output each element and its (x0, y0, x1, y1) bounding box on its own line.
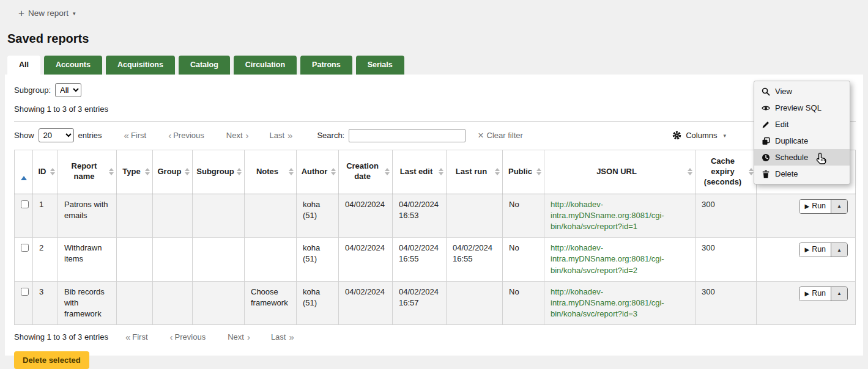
cell-notes: Choose framework (245, 281, 297, 325)
gear-icon (672, 131, 681, 140)
tab-all[interactable]: All (7, 56, 40, 75)
menu-item-duplicate[interactable]: Duplicate (754, 133, 850, 149)
search-input[interactable] (349, 129, 466, 142)
column-header-json-url[interactable]: JSON URL (544, 150, 696, 194)
previous-page-link[interactable]: ‹Previous (168, 131, 204, 140)
run-dropdown-toggle[interactable]: ▲ (831, 243, 847, 257)
column-header-subgroup[interactable]: Subgroup (193, 150, 245, 194)
cell-last-run (447, 194, 503, 238)
menu-item-preview-sql[interactable]: Preview SQL (754, 100, 850, 116)
column-header-id[interactable]: ID (33, 150, 58, 194)
delete-selected-button[interactable]: Delete selected (14, 351, 89, 369)
next-page-link[interactable]: Next› (228, 332, 249, 342)
previous-page-link[interactable]: ‹Previous (170, 332, 206, 342)
run-button[interactable]: ▶Run (799, 200, 831, 213)
cell-subgroup (193, 238, 245, 282)
pagination-top: «First ‹Previous Next› Last» (124, 131, 292, 140)
select-column-header[interactable] (15, 150, 33, 194)
tab-accounts[interactable]: Accounts (44, 56, 102, 75)
row-checkbox[interactable] (21, 200, 29, 208)
cell-last-edit: 04/02/2024 16:57 (393, 281, 447, 325)
column-header-notes[interactable]: Notes (245, 150, 297, 194)
first-page-link[interactable]: «First (124, 131, 147, 140)
sort-icon (495, 168, 500, 175)
cell-id: 3 (33, 281, 58, 325)
chevron-right-icon: › (247, 332, 249, 342)
column-header-creation-date[interactable]: Creation date (339, 150, 393, 194)
menu-item-schedule[interactable]: Schedule (754, 149, 850, 166)
hand-cursor-icon (815, 152, 828, 166)
last-page-link[interactable]: Last» (270, 131, 292, 140)
cell-last-run (447, 281, 503, 325)
pagination-bottom: «First ‹Previous Next› Last» (125, 332, 293, 342)
menu-item-delete[interactable]: Delete (754, 166, 850, 182)
search-label: Search: (317, 131, 344, 140)
next-page-link[interactable]: Next› (226, 131, 248, 140)
row-checkbox[interactable] (21, 288, 29, 296)
run-dropdown-toggle[interactable]: ▲ (831, 200, 847, 213)
cell-public: No (503, 238, 544, 282)
tab-acquisitions[interactable]: Acquisitions (106, 56, 175, 75)
json-url-link[interactable]: http://kohadev-intra.myDNSname.org:8081/… (551, 243, 664, 274)
cell-creation-date: 04/02/2024 (339, 238, 393, 282)
pencil-icon (762, 120, 770, 129)
content-panel: Subgroup: All Showing 1 to 3 of 3 entrie… (5, 75, 863, 356)
cell-group (153, 194, 193, 238)
subgroup-select[interactable]: All (55, 83, 81, 97)
column-header-public[interactable]: Public (503, 150, 544, 194)
json-url-link[interactable]: http://kohadev-intra.myDNSname.org:8081/… (551, 200, 664, 231)
tab-patrons[interactable]: Patrons (300, 56, 352, 75)
sort-icon (688, 168, 692, 175)
cell-type (117, 238, 153, 282)
row-checkbox[interactable] (21, 244, 29, 252)
column-header-type[interactable]: Type (117, 150, 153, 194)
cell-cache-expiry: 300 (696, 238, 757, 282)
chevron-left-icon: ‹ (168, 131, 170, 140)
sort-icon (289, 168, 294, 175)
subgroup-label: Subgroup: (14, 86, 51, 95)
chevron-left-icon: ‹ (170, 332, 172, 342)
new-report-button[interactable]: + New report ▾ (18, 8, 76, 18)
sort-icon (331, 168, 336, 175)
menu-item-edit[interactable]: Edit (754, 116, 850, 133)
column-header-last-edit[interactable]: Last edit (393, 150, 447, 194)
top-toolbar: + New report ▾ (0, 0, 868, 26)
clear-filter-button[interactable]: × Clear filter (478, 131, 523, 141)
column-header-cache-expiry[interactable]: Cache expiry (seconds) (696, 150, 757, 194)
table-row: 3 Bib records with framework Choose fram… (15, 281, 856, 325)
run-split-button: ▶Run▲ (799, 199, 848, 214)
report-group-tabs: All Accounts Acquisitions Catalog Circul… (7, 54, 868, 75)
play-icon: ▶ (804, 290, 809, 298)
table-row: 2 Withdrawn items koha (51) 04/02/2024 0… (15, 238, 856, 282)
column-header-last-run[interactable]: Last run (447, 150, 503, 194)
cell-notes (245, 194, 297, 238)
column-header-group[interactable]: Group (153, 150, 193, 194)
cell-type (117, 194, 153, 238)
duplicate-icon (762, 137, 770, 145)
cell-cache-expiry: 300 (696, 281, 757, 325)
column-header-author[interactable]: Author (297, 150, 339, 194)
run-dropdown-toggle[interactable]: ▲ (831, 287, 847, 301)
sort-icon (749, 168, 754, 175)
cell-author: koha (51) (297, 194, 339, 238)
cell-last-edit: 04/02/2024 16:53 (393, 194, 447, 238)
first-page-link[interactable]: «First (125, 332, 148, 342)
tab-catalog[interactable]: Catalog (179, 56, 230, 75)
columns-button[interactable]: Columns ▾ (672, 131, 726, 140)
cell-id: 1 (33, 194, 58, 238)
page-size-select[interactable]: 20 (39, 128, 74, 142)
double-chevron-right-icon: » (289, 332, 292, 342)
run-button[interactable]: ▶Run (799, 243, 831, 257)
entries-summary-bottom: Showing 1 to 3 of 3 entries (14, 332, 108, 342)
run-button[interactable]: ▶Run (799, 287, 831, 301)
sort-icon (385, 168, 390, 175)
cell-last-edit: 04/02/2024 16:55 (393, 238, 447, 282)
menu-item-view[interactable]: View (754, 83, 850, 100)
tab-serials[interactable]: Serials (356, 56, 404, 75)
tab-circulation[interactable]: Circulation (234, 56, 297, 75)
last-page-link[interactable]: Last» (271, 332, 293, 342)
column-header-report-name[interactable]: Report name (58, 150, 117, 194)
magnifier-icon (762, 87, 770, 96)
json-url-link[interactable]: http://kohadev-intra.myDNSname.org:8081/… (551, 287, 664, 318)
cell-report-name: Bib records with framework (58, 281, 117, 325)
